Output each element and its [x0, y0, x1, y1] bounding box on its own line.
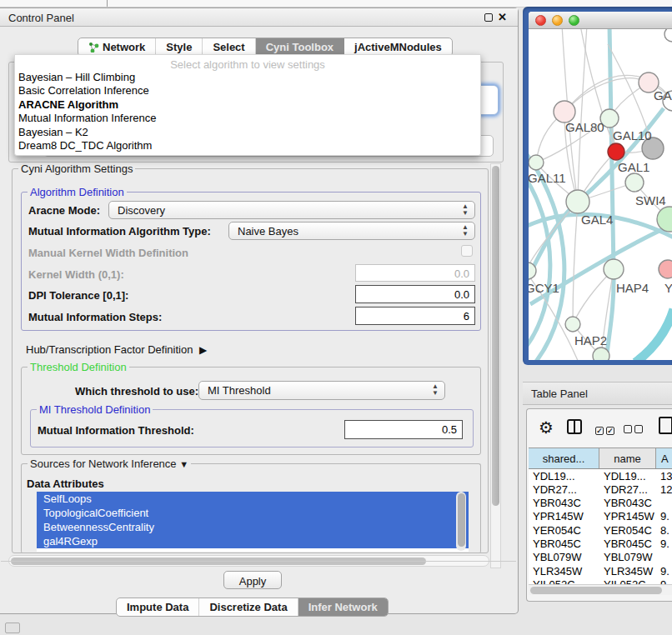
stepper-arrows-icon: ▲▼: [462, 224, 469, 238]
tab-cyni-toolbox[interactable]: Cyni Toolbox: [256, 38, 344, 56]
algorithm-option[interactable]: Mutual Information Inference: [15, 112, 480, 125]
hub-tf-definition-row[interactable]: Hub/Transcription Factor Definition ▶: [26, 343, 203, 356]
column-layout-icon[interactable]: [567, 419, 582, 434]
tab-select[interactable]: Select: [203, 38, 255, 56]
table-cell: YDR27...: [529, 482, 599, 496]
panel-separator: [1, 561, 516, 562]
table-row[interactable]: YBL079WYBL079W: [529, 551, 672, 564]
mi-threshold-group: MI Threshold Definition Mutual Informati…: [30, 409, 474, 448]
node-label: Y: [664, 281, 672, 295]
attribute-list-scrollbar[interactable]: [456, 492, 466, 551]
table-row[interactable]: YBR043CYBR043C: [529, 497, 672, 510]
algorithm-option[interactable]: Dream8 DC_TDC Algorithm: [15, 139, 480, 152]
network-icon: [88, 42, 99, 52]
attribute-list-item[interactable]: SelfLoops: [37, 492, 469, 506]
tab-network[interactable]: Network: [78, 38, 156, 56]
table-toolbar: ⚙ ✓✓: [527, 409, 672, 446]
node-label: GCY1: [529, 281, 559, 295]
settings-vertical-scrollbar[interactable]: [490, 163, 501, 568]
table-cell: YLR345W: [529, 564, 599, 578]
dpi-tolerance-input[interactable]: 0.0: [355, 285, 475, 303]
threshold-definition-group: Threshold Definition Which threshold to …: [21, 367, 481, 455]
network-view-window[interactable]: GAL80GAL10GAL1GAL11SWI4GAL4GCY1HAP4YHAP2…: [523, 7, 672, 365]
network-node[interactable]: [608, 143, 624, 160]
tab-style[interactable]: Style: [156, 38, 203, 56]
column-header-shared-name[interactable]: shared...: [529, 448, 599, 468]
aracne-mode-combobox[interactable]: Discovery ▲▼: [108, 201, 475, 219]
table-row[interactable]: YDL19...YDL19...13: [529, 469, 672, 482]
attribute-list-item[interactable]: gal4RGexp: [37, 534, 469, 548]
zoom-traffic-light[interactable]: [569, 15, 579, 26]
close-icon[interactable]: ✕: [498, 11, 507, 23]
mi-threshold-input[interactable]: 0.5: [344, 420, 463, 439]
tab-label: Discretize Data: [209, 601, 287, 613]
algorithm-option[interactable]: Basic Correlation Inference: [15, 84, 480, 98]
network-canvas[interactable]: GAL80GAL10GAL1GAL11SWI4GAL4GCY1HAP4YHAP2…: [529, 29, 672, 360]
which-threshold-value: MI Threshold: [208, 384, 271, 397]
network-node[interactable]: [664, 29, 672, 42]
node-label: GAL1: [618, 160, 649, 174]
table-row[interactable]: YBR045CYBR045C9.: [529, 537, 672, 550]
table-row[interactable]: YLR345WYLR345W9.: [529, 564, 672, 578]
network-node[interactable]: [604, 259, 624, 279]
close-traffic-light[interactable]: [535, 15, 546, 26]
sources-legend[interactable]: Sources for Network Inference ▼: [28, 458, 191, 470]
algorithm-option[interactable]: Bayesian – Hill Climbing: [15, 71, 480, 84]
kernel-width-label: Kernel Width (0,1):: [28, 268, 124, 281]
network-node[interactable]: [659, 260, 672, 278]
mi-type-label: Mutual Information Algorithm Type:: [28, 225, 211, 238]
network-node[interactable]: [657, 207, 672, 232]
cyni-algorithm-settings-group: Cyni Algorithm Settings Algorithm Defini…: [12, 168, 489, 553]
apply-button[interactable]: Apply: [223, 571, 282, 589]
table-cell: YBR045C: [599, 537, 656, 550]
dpi-tolerance-label: DPI Tolerance [0,1]:: [28, 289, 128, 302]
new-table-icon[interactable]: [659, 417, 672, 434]
table-row[interactable]: YER054CYER054C8.: [529, 523, 672, 537]
mi-threshold-legend: MI Threshold Definition: [37, 403, 153, 416]
table-hscrollbar-thumb[interactable]: [530, 587, 662, 594]
attribute-list-item[interactable]: TopologicalCoefficient: [37, 506, 469, 520]
table-horizontal-scrollbar[interactable]: [529, 584, 672, 595]
column-header-name[interactable]: name: [599, 448, 656, 468]
column-header-clipped[interactable]: A: [656, 448, 672, 468]
algorithm-option[interactable]: Bayesian – K2: [15, 126, 480, 139]
data-attributes-list[interactable]: SelfLoopsTopologicalCoefficientBetweenne…: [37, 492, 469, 552]
node-label: HAP2: [574, 333, 607, 348]
attribute-list-item[interactable]: BetweennessCentrality: [37, 520, 469, 534]
minimize-traffic-light[interactable]: [552, 15, 563, 26]
attribute-scrollbar-thumb[interactable]: [458, 493, 465, 547]
tab-infer-network[interactable]: Infer Network: [298, 598, 388, 616]
table-cell: [656, 551, 672, 564]
float-panel-icon[interactable]: [484, 13, 493, 22]
node-label: GAL80: [565, 120, 604, 134]
network-node[interactable]: [625, 173, 644, 192]
gear-icon[interactable]: ⚙: [539, 418, 554, 438]
kernel-width-input[interactable]: 0.0: [355, 264, 475, 282]
table-row[interactable]: YPR145WYPR145W9.: [529, 510, 672, 523]
tab-label: Infer Network: [308, 601, 378, 613]
which-threshold-combobox[interactable]: MI Threshold ▲▼: [198, 381, 445, 400]
stepper-arrows-icon: ▲▼: [432, 383, 439, 397]
table-panel-title: Table Panel: [531, 388, 588, 400]
collapsed-panel-button[interactable]: [5, 622, 20, 633]
control-panel-titlebar: Control Panel ✕: [0, 8, 518, 27]
manual-kernel-checkbox[interactable]: [461, 245, 473, 257]
tab-discretize-data[interactable]: Discretize Data: [199, 598, 298, 616]
table-row[interactable]: YDR27...YDR27...12: [529, 482, 672, 496]
network-node[interactable]: [566, 190, 589, 213]
network-node[interactable]: [565, 317, 580, 332]
mi-steps-input[interactable]: 6: [355, 307, 475, 325]
dropdown-placeholder: Select algorithm to view settings: [15, 57, 480, 71]
algorithm-option[interactable]: ARACNE Algorithm: [15, 98, 480, 112]
select-all-checkboxes-icon[interactable]: ✓✓: [595, 422, 617, 437]
tab-impute-data[interactable]: Impute Data: [117, 598, 199, 616]
mi-algorithm-type-combobox[interactable]: Naive Bayes ▲▼: [228, 222, 475, 240]
network-node[interactable]: [593, 348, 609, 360]
settings-scrollbar-thumb[interactable]: [492, 166, 499, 506]
tab-jactivemnodules[interactable]: jActiveMNodules: [344, 38, 452, 56]
network-node[interactable]: [529, 155, 544, 170]
expand-right-icon: ▶: [199, 344, 207, 356]
deselect-all-checkboxes-icon[interactable]: [624, 422, 645, 437]
table-cell: YER054C: [599, 523, 656, 537]
thick-teal-edge: [635, 309, 672, 360]
